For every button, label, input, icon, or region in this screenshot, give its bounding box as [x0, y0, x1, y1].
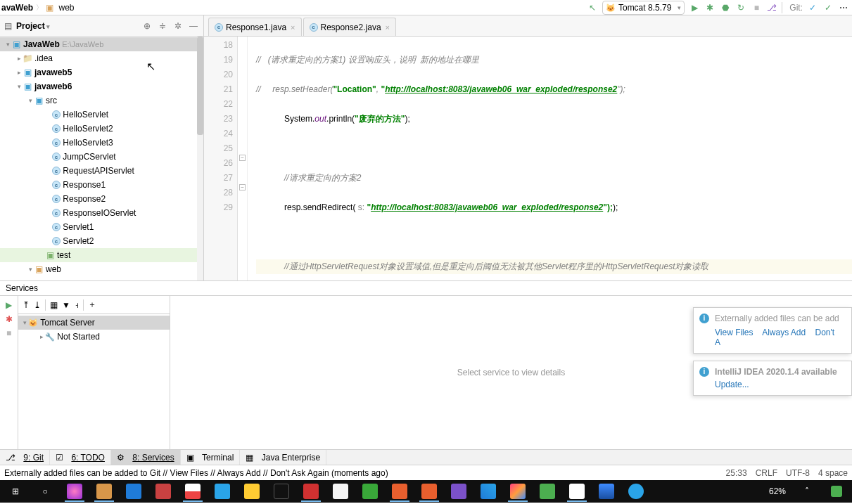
taskbar-app[interactable] — [120, 481, 148, 502]
git-pull-icon[interactable]: ✓ — [807, 2, 818, 13]
tomcat-icon — [606, 3, 616, 13]
search-icon[interactable]: ○ — [31, 481, 59, 502]
taskbar-app[interactable] — [356, 481, 384, 502]
tree-item[interactable]: ▾▣javaweb6 — [0, 79, 203, 93]
hammer-icon[interactable]: ↖ — [587, 2, 598, 13]
editor-tab[interactable]: c Response2.java × — [303, 18, 397, 36]
tree-class[interactable]: ▸c HelloServlet — [0, 108, 203, 122]
tree-root[interactable]: ▾▣ JavaWeb E:\JavaWeb — [0, 37, 203, 51]
tool-todo[interactable]: ☑ 6: TODO — [50, 450, 111, 465]
tree-class[interactable]: ▸c JumpCServlet — [0, 150, 203, 164]
services-header[interactable]: Services — [0, 281, 852, 296]
tree-item[interactable]: ▸.idea — [0, 51, 203, 65]
taskbar-app[interactable] — [90, 481, 118, 502]
tool-window-bar: ⎇ 9: Git ☑ 6: TODO ⚙ 8: Services ▣ Termi… — [0, 449, 852, 465]
git-branch-icon[interactable]: ⎇ — [766, 2, 777, 13]
taskbar-app[interactable] — [149, 481, 177, 502]
settings-icon[interactable]: ✲ — [172, 20, 184, 32]
tree-item[interactable]: ▸▣javaweb5 — [0, 65, 203, 79]
close-icon[interactable]: × — [386, 23, 390, 32]
debug-icon[interactable]: ✱ — [704, 2, 716, 13]
breadcrumb-item[interactable]: ▣ web — [46, 3, 74, 13]
run-config-selector[interactable]: Tomcat 8.5.79 — [602, 1, 685, 15]
notification: i IntelliJ IDEA 2020.1.4 available Updat… — [693, 361, 852, 396]
link[interactable]: Always Add — [762, 328, 806, 337]
link[interactable]: Update... — [715, 380, 749, 389]
tree-item[interactable]: ▾▣src — [0, 93, 203, 108]
taskbar-app[interactable] — [504, 481, 532, 502]
tree-class[interactable]: ▸c HelloServlet3 — [0, 136, 203, 150]
grid-icon[interactable]: ▦ — [50, 300, 58, 310]
git-push-icon[interactable]: ✓ — [822, 2, 834, 13]
coverage-icon[interactable]: ⬣ — [720, 2, 731, 13]
taskbar-app[interactable] — [208, 481, 236, 502]
tree-class[interactable]: ▸c HelloServlet2 — [0, 122, 203, 136]
taskbar-app[interactable] — [592, 481, 621, 502]
close-icon[interactable]: × — [291, 23, 295, 32]
layout-icon[interactable]: ⫞ — [75, 300, 79, 310]
taskbar-app[interactable] — [179, 481, 207, 502]
line-separator[interactable]: CRLF — [756, 468, 777, 478]
status-message[interactable]: Externally added files can be added to G… — [4, 468, 388, 478]
stop-icon[interactable]: ■ — [751, 2, 762, 13]
tree-class[interactable]: ▸c ResponseIOServlet — [0, 206, 203, 220]
tree-item[interactable]: ▸▣test — [0, 248, 203, 262]
project-title[interactable]: Project▾ — [16, 21, 137, 31]
project-tree[interactable]: ▾▣ JavaWeb E:\JavaWeb ▸.idea ▸▣javaweb5 … — [0, 37, 204, 280]
code-editor[interactable]: 181920 212223 242526 272829 − − // (请求重定… — [204, 37, 852, 280]
tree-class[interactable]: ▸c Servlet1 — [0, 220, 203, 234]
more-icon[interactable]: ⋯ — [838, 2, 849, 13]
tray-item[interactable]: 62% — [763, 481, 791, 502]
tool-terminal[interactable]: ▣ Terminal — [181, 450, 241, 465]
run-icon[interactable]: ▶ — [6, 300, 12, 310]
link[interactable]: View Files — [715, 328, 753, 337]
fold-strip[interactable]: − − — [238, 37, 248, 280]
encoding[interactable]: UTF-8 — [786, 468, 810, 478]
indent[interactable]: 4 space — [818, 468, 848, 478]
taskbar-app[interactable] — [326, 481, 355, 502]
taskbar-app[interactable] — [622, 481, 650, 502]
taskbar-app[interactable] — [563, 481, 591, 502]
tool-jee[interactable]: ▦ Java Enterprise — [240, 450, 326, 465]
taskbar-app[interactable] — [415, 481, 443, 502]
tool-git[interactable]: ⎇ 9: Git — [0, 450, 50, 465]
services-sidebar: ▶ ✱ ■ — [0, 296, 18, 449]
bug-icon[interactable]: ✱ — [6, 314, 13, 324]
tree-class[interactable]: ▸c Servlet2 — [0, 234, 203, 248]
expand-icon[interactable]: ≑ — [157, 20, 168, 32]
tree-class[interactable]: ▸c Response1 — [0, 178, 203, 192]
code-area[interactable]: // (请求重定向的方案1) 设置响应头，说明 新的地址在哪里 // resp.… — [248, 37, 852, 280]
breadcrumb-item[interactable]: avaWeb — [1, 3, 33, 13]
taskbar-app[interactable] — [267, 481, 295, 502]
taskbar-app[interactable] — [386, 481, 414, 502]
collapse-down-icon[interactable]: ⤓ — [34, 300, 41, 310]
locate-icon[interactable]: ⊕ — [141, 20, 153, 32]
hide-icon[interactable]: — — [188, 20, 199, 32]
scrollbar[interactable] — [197, 37, 203, 280]
service-group[interactable]: ▾ Tomcat Server — [18, 316, 170, 330]
add-icon[interactable]: ＋ — [88, 299, 96, 311]
tree-item[interactable]: ▾▣web — [0, 262, 203, 276]
editor-tabs: c Response1.java × c Response2.java × — [204, 15, 852, 36]
taskbar-app[interactable] — [533, 481, 561, 502]
stop-icon[interactable]: ■ — [6, 328, 11, 338]
tree-class[interactable]: ▸c Response2 — [0, 192, 203, 206]
tray-item[interactable] — [822, 481, 851, 502]
taskbar-app[interactable] — [297, 481, 325, 502]
caret-position[interactable]: 25:33 — [726, 468, 747, 478]
taskbar-app[interactable] — [238, 481, 266, 502]
tray-up-icon[interactable]: ˄ — [793, 481, 821, 502]
taskbar-app[interactable] — [474, 481, 502, 502]
editor-tab[interactable]: c Response1.java × — [208, 18, 302, 36]
start-menu[interactable]: ⊞ — [1, 481, 30, 502]
run-icon[interactable]: ▶ — [689, 2, 700, 13]
taskbar-app[interactable] — [445, 481, 473, 502]
profile-icon[interactable]: ↻ — [735, 2, 746, 13]
collapse-up-icon[interactable]: ⤒ — [23, 300, 30, 310]
services-toolbar: ⤒ ⤓ ▦ ▼ ⫞ ＋ — [18, 296, 170, 314]
filter-icon[interactable]: ▼ — [62, 300, 70, 310]
tree-class[interactable]: ▸c RequestAPIServlet — [0, 164, 203, 178]
service-status[interactable]: ▸ Not Started — [18, 330, 170, 344]
tool-services[interactable]: ⚙ 8: Services — [111, 450, 181, 465]
taskbar-app[interactable] — [61, 481, 89, 502]
